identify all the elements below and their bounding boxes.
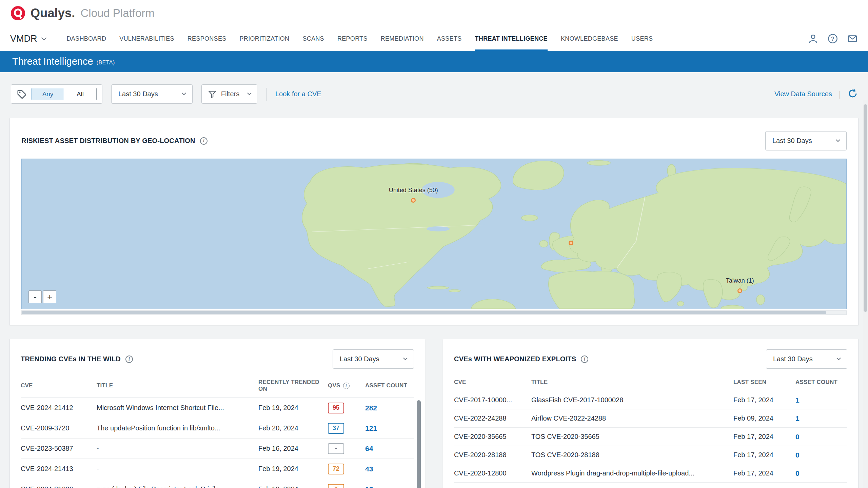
geo-distribution-panel: RISKIEST ASSET DISTRIBUTION BY GEO-LOCAT… (9, 118, 859, 325)
nav-items: DASHBOARD VULNERABILITIES RESPONSES PRIO… (67, 26, 653, 51)
map-marker-taiwan[interactable] (737, 288, 742, 293)
nav-item-knowledgebase[interactable]: KNOWLEDGEBASE (561, 26, 618, 51)
table-row[interactable]: CVE-2017-10000... GlassFish CVE-2017-100… (454, 391, 847, 409)
weaponized-date-range-dropdown[interactable]: Last 30 Days (766, 349, 847, 369)
asset-count-link[interactable]: 18 (365, 485, 414, 488)
cve-title: Microsoft Windows Internet Shortcut File… (97, 404, 258, 412)
page-title: Threat Intelligence (12, 56, 93, 67)
table-row[interactable]: CVE-2024-21626 runc (docker) File Descri… (21, 479, 414, 488)
table-row[interactable]: CVE-2024-21413 - Feb 19, 2024 72 43 (21, 459, 414, 479)
asset-count-link[interactable]: 1 (795, 396, 847, 404)
view-data-sources-link[interactable]: View Data Sources (774, 90, 832, 98)
table-row[interactable]: CVE-2020-12800 Wordpress Plugin drag-and… (454, 464, 847, 483)
geo-panel-title: RISKIEST ASSET DISTRIBUTION BY GEO-LOCAT… (21, 137, 195, 145)
nav-item-threat-intelligence[interactable]: THREAT INTELLIGENCE (475, 26, 548, 51)
cve-id: CVE-2009-3720 (21, 424, 97, 432)
panel-vertical-scrollbar[interactable] (417, 400, 421, 488)
info-icon[interactable]: i (343, 383, 350, 389)
asset-count-link[interactable]: 0 (795, 451, 847, 459)
nav-item-assets[interactable]: ASSETS (437, 26, 462, 51)
column-header-cve[interactable]: CVE (454, 379, 531, 386)
asset-count-link[interactable]: 121 (365, 424, 414, 432)
asset-count-link[interactable]: 282 (365, 404, 414, 412)
column-header-title[interactable]: TITLE (531, 379, 733, 386)
column-header-qvs[interactable]: QVS (328, 382, 340, 389)
table-row[interactable]: CVE-2024-21412 Microsoft Windows Interne… (21, 398, 414, 418)
nav-item-vulnerabilities[interactable]: VULNERABILITIES (119, 26, 174, 51)
world-map[interactable]: United States (50) Taiwan (1) - + (21, 159, 847, 309)
trending-table-header: CVE TITLE RECENTLY TRENDED ON QVS i ASSE… (21, 379, 414, 398)
asset-count-link[interactable]: 1 (795, 414, 847, 423)
app-switcher-vmdr[interactable]: VMDR (10, 34, 46, 44)
user-icon[interactable] (808, 33, 818, 44)
column-header-trended[interactable]: RECENTLY TRENDED ON (258, 379, 328, 392)
last-seen-date: Feb 17, 2024 (733, 396, 795, 404)
last-seen-date: Feb 17, 2024 (733, 451, 795, 459)
geo-date-range-dropdown[interactable]: Last 30 Days (765, 131, 847, 150)
match-all-button[interactable]: All (64, 88, 97, 100)
cve-title: - (97, 465, 258, 473)
cve-id: CVE-2020-28188 (454, 451, 531, 459)
table-row[interactable]: CVE-2020-28188 TOS CVE-2020-28188 Feb 17… (454, 446, 847, 464)
nav-item-reports[interactable]: REPORTS (337, 26, 368, 51)
zoom-in-button[interactable]: + (43, 290, 56, 303)
info-icon[interactable]: i (200, 137, 208, 145)
match-any-button[interactable]: Any (32, 88, 64, 100)
date-range-dropdown[interactable]: Last 30 Days (111, 84, 193, 104)
qvs-badge: 95 (328, 403, 344, 413)
map-zoom-controls: - + (28, 290, 56, 303)
weaponized-exploits-panel: CVEs WITH WEAPONIZED EXPLOITS i Last 30 … (443, 339, 859, 488)
help-icon[interactable]: ? (827, 33, 838, 44)
column-header-cve[interactable]: CVE (21, 382, 97, 389)
last-seen-date: Feb 17, 2024 (733, 469, 795, 477)
scrollbar-thumb[interactable] (22, 311, 826, 314)
cve-title: GlassFish CVE-2017-1000028 (531, 396, 733, 404)
chevron-down-icon (836, 138, 840, 142)
chevron-down-icon (182, 91, 186, 95)
column-header-asset-count[interactable]: ASSET COUNT (795, 379, 847, 386)
column-header-asset-count[interactable]: ASSET COUNT (365, 382, 414, 389)
table-row[interactable]: CVE-2021-27561 Yealink Device Management… (454, 483, 847, 488)
info-icon[interactable]: i (125, 355, 133, 363)
column-header-last-seen[interactable]: LAST SEEN (733, 379, 795, 386)
asset-count-link[interactable]: 64 (365, 445, 414, 453)
table-row[interactable]: CVE-2022-24288 Airflow CVE-2022-24288 Fe… (454, 409, 847, 428)
table-row[interactable]: CVE-2009-3720 The updatePosition functio… (21, 418, 414, 439)
nav-item-remediation[interactable]: REMEDIATION (381, 26, 424, 51)
cve-id: CVE-2020-12800 (454, 469, 531, 477)
nav-item-prioritization[interactable]: PRIORITIZATION (240, 26, 290, 51)
cve-title: The updatePosition function in lib/xmlto… (97, 424, 258, 432)
divider: | (839, 89, 841, 99)
map-horizontal-scrollbar[interactable] (21, 310, 847, 315)
info-icon[interactable]: i (581, 355, 588, 363)
scrollbar-thumb[interactable] (864, 104, 867, 312)
asset-count-link[interactable]: 0 (795, 469, 847, 477)
filters-dropdown[interactable]: Filters (201, 84, 257, 104)
look-for-cve-link[interactable]: Look for a CVE (275, 90, 321, 98)
nav-item-scans[interactable]: SCANS (302, 26, 324, 51)
map-marker-europe[interactable] (569, 241, 573, 245)
page-scrollbar[interactable] (863, 100, 868, 488)
table-row[interactable]: CVE-2023-50387 - Feb 16, 2024 - 64 (21, 439, 414, 459)
mail-icon[interactable] (847, 33, 858, 44)
asset-count-link[interactable]: 43 (365, 465, 414, 473)
top-header: Qualys. Cloud Platform (0, 0, 868, 26)
trending-date-range-dropdown[interactable]: Last 30 Days (333, 349, 414, 369)
trended-date: Feb 10, 2024 (258, 485, 328, 488)
trended-date: Feb 19, 2024 (258, 404, 328, 412)
cve-id: CVE-2024-21626 (21, 485, 97, 488)
zoom-out-button[interactable]: - (28, 290, 42, 303)
refresh-button[interactable] (848, 88, 858, 100)
map-marker-united-states[interactable] (411, 198, 416, 203)
column-header-title[interactable]: TITLE (97, 382, 258, 389)
weaponized-table-header: CVE TITLE LAST SEEN ASSET COUNT (454, 379, 847, 391)
asset-count-link[interactable]: 0 (795, 433, 847, 441)
brand-platform: Cloud Platform (80, 7, 154, 20)
cve-title: - (97, 445, 258, 452)
nav-item-dashboard[interactable]: DASHBOARD (67, 26, 106, 51)
tag-icon (17, 89, 27, 99)
nav-item-responses[interactable]: RESPONSES (188, 26, 226, 51)
qualys-logo-icon (10, 5, 26, 21)
nav-item-users[interactable]: USERS (631, 26, 653, 51)
table-row[interactable]: CVE-2020-35665 TOS CVE-2020-35665 Feb 17… (454, 428, 847, 446)
